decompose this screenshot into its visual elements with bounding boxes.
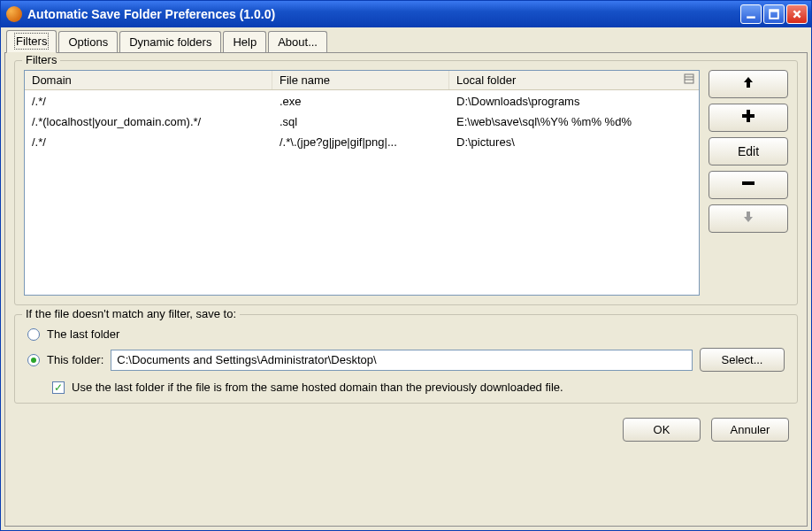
move-down-button[interactable] [709,204,788,233]
arrow-up-icon [741,75,755,94]
folder-path-input[interactable] [111,350,693,371]
remove-button[interactable] [709,171,788,199]
arrow-down-icon [741,210,755,228]
fallback-legend: If the file doesn't match any filter, sa… [22,307,240,320]
add-button[interactable] [709,104,788,132]
cell-localfolder: D:\Downloads\programs [449,91,699,112]
filter-side-buttons: Edit [709,70,788,296]
titlebar[interactable]: Automatic Save Folder Preferences (1.0.0… [1,1,811,27]
dialog-footer: OK Annuler [14,412,798,449]
maximize-button[interactable] [763,4,785,24]
plus-icon [741,109,755,127]
minus-icon [741,176,755,195]
window-controls [740,4,808,24]
tab-about[interactable]: About... [268,31,327,52]
tabstrip: Filters Options Dynamic folders Help Abo… [4,29,808,52]
radio-this-folder-label: This folder: [47,353,103,366]
filters-listview[interactable]: Domain File name Local folder /.*/ .exe [24,70,700,296]
close-button[interactable] [786,4,808,24]
window-title: Automatic Save Folder Preferences (1.0.0… [27,7,740,21]
column-picker-icon[interactable] [679,71,699,89]
listview-header[interactable]: Domain File name Local folder [25,71,699,90]
ok-button[interactable]: OK [623,418,701,442]
tabpanel-filters: Filters Domain File name Local folder [4,52,808,527]
column-filename[interactable]: File name [272,71,449,89]
tab-options[interactable]: Options [58,31,118,52]
radio-this-folder-row[interactable]: This folder: Select... [24,344,788,375]
preferences-window: Automatic Save Folder Preferences (1.0.0… [0,0,812,531]
tab-help[interactable]: Help [223,31,266,52]
tab-filters[interactable]: Filters [6,30,57,53]
svg-rect-8 [742,181,755,185]
radio-last-folder[interactable] [27,328,40,341]
filters-group: Filters Domain File name Local folder [14,60,798,305]
client-area: Filters Options Dynamic folders Help Abo… [1,27,811,530]
table-row[interactable]: /.*/ .exe D:\Downloads\programs [25,90,699,112]
cell-filename: .exe [272,91,449,112]
cell-domain: /.*/ [25,132,272,152]
cell-filename: /.*\.(jpe?g|jpe|gif|png|... [272,132,449,152]
minimize-button[interactable] [740,4,762,24]
cell-domain: /.*/ [25,91,272,112]
column-localfolder[interactable]: Local folder [449,71,679,89]
radio-this-folder[interactable] [27,354,40,366]
use-last-folder-row[interactable]: ✓ Use the last folder if the file is fro… [24,375,788,394]
table-row[interactable]: /.*/ /.*\.(jpe?g|jpe|gif|png|... D:\pict… [25,132,699,152]
radio-last-folder-label: The last folder [47,327,119,341]
use-last-folder-label: Use the last folder if the file is from … [72,381,563,394]
cell-filename: .sql [272,112,449,132]
cell-localfolder: D:\pictures\ [449,132,699,152]
svg-rect-5 [685,74,693,83]
table-row[interactable]: /.*(localhost|your_domain.com).*/ .sql E… [25,112,699,132]
select-folder-button[interactable]: Select... [700,348,785,372]
radio-last-folder-row[interactable]: The last folder [24,324,788,344]
filters-layout: Domain File name Local folder /.*/ .exe [24,70,788,296]
edit-button[interactable]: Edit [709,137,788,165]
filters-legend: Filters [22,53,60,66]
column-domain[interactable]: Domain [25,71,272,89]
cancel-button[interactable]: Annuler [711,418,789,442]
use-last-folder-checkbox[interactable]: ✓ [52,381,65,394]
listview-body: /.*/ .exe D:\Downloads\programs /.*(loca… [25,90,699,295]
cell-domain: /.*(localhost|your_domain.com).*/ [25,112,272,132]
move-up-button[interactable] [709,70,788,98]
fallback-group: If the file doesn't match any filter, sa… [14,314,798,404]
app-icon [6,6,22,22]
cell-localfolder: E:\web\save\sql\%Y% %m% %d% [449,112,699,132]
tab-dynamic-folders[interactable]: Dynamic folders [119,31,221,52]
